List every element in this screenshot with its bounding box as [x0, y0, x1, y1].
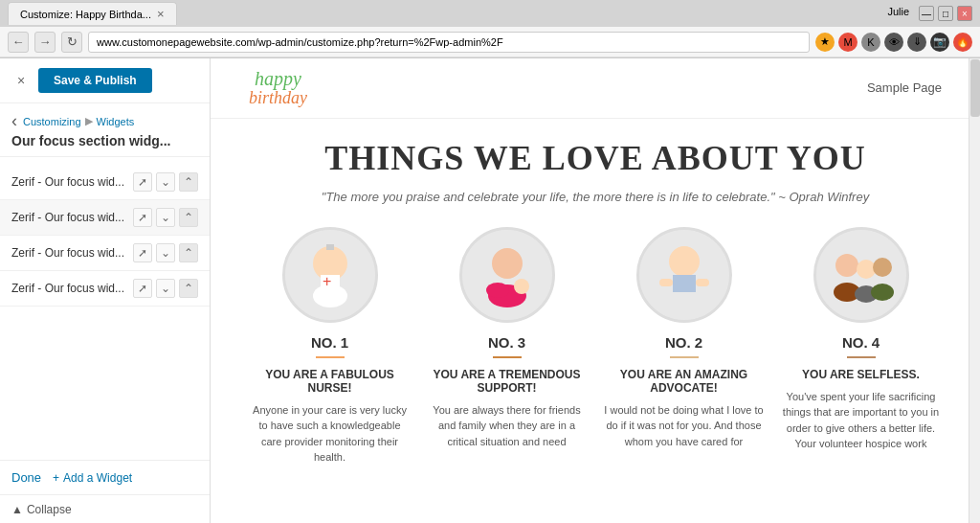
card-item: NO. 2 YOU ARE AN AMAZING ADVOCATE! I wou… — [603, 227, 765, 466]
site-content: THINGS WE LOVE ABOUT YOU "The more you p… — [211, 119, 980, 485]
browser-icons: ★ M K 👁 ⇓ 📷 🔥 — [815, 33, 972, 52]
flame-icon[interactable]: 🔥 — [953, 33, 972, 52]
svg-rect-10 — [673, 275, 696, 292]
widget-collapse-icon[interactable]: ⌄ — [156, 172, 175, 192]
card-text: I would not be doing what I love to do i… — [603, 402, 765, 450]
scrollbar[interactable] — [969, 58, 980, 523]
widget-collapse-icon[interactable]: ⌄ — [156, 208, 175, 227]
mail-icon[interactable]: M — [838, 33, 858, 52]
widget-toggle-icon[interactable]: ⌃ — [179, 279, 198, 298]
window-controls: Julie — □ × — [887, 6, 972, 21]
main-layout: × Save & Publish ‹ Customizing ▶ Widgets… — [0, 58, 980, 523]
sidebar-header: × Save & Publish — [0, 58, 210, 103]
address-bar[interactable] — [88, 32, 810, 53]
widget-item[interactable]: Zerif - Our focus wid... ➚ ⌄ ⌃ — [0, 236, 210, 271]
widget-edit-icon[interactable]: ➚ — [133, 279, 152, 298]
card-underline — [316, 356, 345, 358]
widget-item[interactable]: Zerif - Our focus wid... ➚ ⌄ ⌃ — [0, 165, 210, 200]
widget-item-actions: ➚ ⌄ ⌃ — [133, 243, 198, 262]
card-avatar — [813, 227, 909, 323]
user-name: Julie — [887, 6, 909, 21]
widget-item-actions: ➚ ⌄ ⌃ — [133, 208, 198, 227]
done-link[interactable]: Done — [11, 470, 41, 485]
tab-close-icon[interactable]: × — [157, 7, 165, 21]
card-number: NO. 2 — [603, 334, 765, 351]
close-button[interactable]: × — [957, 6, 972, 21]
widget-toggle-icon[interactable]: ⌃ — [179, 172, 198, 192]
preview-area: happy birthday Sample Page THINGS WE LOV… — [211, 58, 980, 523]
eye-icon[interactable]: 👁 — [884, 33, 903, 52]
bookmark-icon[interactable]: ★ — [815, 33, 835, 52]
widget-item-label: Zerif - Our focus wid... — [11, 246, 133, 260]
svg-point-14 — [857, 260, 876, 279]
card-subtitle: YOU ARE A TREMENDOUS SUPPORT! — [426, 368, 588, 395]
card-number: NO. 4 — [780, 334, 942, 351]
forward-button[interactable]: → — [34, 32, 56, 53]
widget-edit-icon[interactable]: ➚ — [133, 172, 152, 192]
card-subtitle: YOU ARE AN AMAZING ADVOCATE! — [603, 368, 765, 395]
card-text: Anyone in your care is very lucky to hav… — [249, 402, 411, 466]
download-icon[interactable]: ⇓ — [907, 33, 926, 52]
cards-row: + NO. 1 YOU ARE A FABULOUS NURSE! Anyone… — [249, 227, 942, 466]
card-subtitle: YOU ARE SELFLESS. — [780, 368, 942, 381]
card-avatar: + — [282, 227, 378, 323]
plus-icon: + — [53, 471, 59, 485]
svg-point-18 — [871, 284, 894, 301]
widget-edit-icon[interactable]: ➚ — [133, 243, 152, 262]
save-publish-button[interactable]: Save & Publish — [38, 68, 152, 93]
card-number: NO. 3 — [426, 334, 588, 351]
add-widget-label: Add a Widget — [63, 471, 132, 485]
browser-tab[interactable]: Customize: Happy Birthda... × — [8, 2, 177, 25]
svg-point-5 — [492, 248, 523, 279]
title-bar: Customize: Happy Birthda... × Julie — □ … — [0, 0, 980, 27]
refresh-button[interactable]: ↻ — [61, 32, 82, 53]
back-button[interactable]: ← — [8, 32, 29, 53]
svg-point-9 — [669, 246, 700, 277]
card-underline — [847, 356, 876, 358]
preview-inner: happy birthday Sample Page THINGS WE LOV… — [211, 58, 980, 523]
widget-toggle-icon[interactable]: ⌃ — [179, 243, 198, 262]
card-item: + NO. 1 YOU ARE A FABULOUS NURSE! Anyone… — [249, 227, 411, 466]
widget-edit-icon[interactable]: ➚ — [133, 208, 152, 227]
card-item: NO. 3 YOU ARE A TREMENDOUS SUPPORT! You … — [426, 227, 588, 466]
widget-item-actions: ➚ ⌄ ⌃ — [133, 172, 198, 192]
breadcrumb-area: ‹ Customizing ▶ Widgets Our focus sectio… — [0, 103, 210, 157]
card-avatar — [636, 227, 732, 323]
widget-item[interactable]: Zerif - Our focus wid... ➚ ⌄ ⌃ — [0, 271, 210, 307]
collapse-button[interactable]: ▲ Collapse — [0, 494, 210, 523]
breadcrumb-customizing[interactable]: Customizing — [23, 116, 81, 127]
collapse-label: Collapse — [27, 503, 72, 516]
site-logo: happy birthday — [249, 68, 307, 108]
breadcrumb-widgets[interactable]: Widgets — [97, 116, 135, 127]
svg-text:+: + — [323, 273, 331, 289]
sidebar: × Save & Publish ‹ Customizing ▶ Widgets… — [0, 58, 211, 523]
card-underline — [670, 356, 699, 358]
widget-item[interactable]: Zerif - Our focus wid... ➚ ⌄ ⌃ — [0, 200, 210, 236]
minimize-button[interactable]: — — [919, 6, 934, 21]
svg-rect-11 — [659, 279, 673, 286]
card-item: NO. 4 YOU ARE SELFLESS. You've spent you… — [780, 227, 942, 466]
sidebar-close-button[interactable]: × — [11, 71, 31, 90]
camera-icon[interactable]: 📷 — [930, 33, 949, 52]
card-underline — [493, 356, 522, 358]
sidebar-section-title: Our focus section widg... — [11, 133, 198, 148]
extension-icon[interactable]: K — [861, 33, 880, 52]
svg-rect-3 — [326, 244, 334, 250]
widget-toggle-icon[interactable]: ⌃ — [179, 208, 198, 227]
browser-chrome: Customize: Happy Birthda... × Julie — □ … — [0, 0, 980, 58]
back-arrow-icon[interactable]: ‹ — [11, 111, 17, 131]
widget-item-label: Zerif - Our focus wid... — [11, 175, 133, 189]
svg-point-7 — [514, 279, 529, 294]
card-avatar — [459, 227, 555, 323]
card-text: You've spent your life sacrificing thing… — [780, 389, 942, 452]
widget-collapse-icon[interactable]: ⌄ — [156, 279, 175, 298]
widget-item-actions: ➚ ⌄ ⌃ — [133, 279, 198, 298]
card-subtitle: YOU ARE A FABULOUS NURSE! — [249, 368, 411, 395]
maximize-button[interactable]: □ — [938, 6, 953, 21]
sample-page-link[interactable]: Sample Page — [867, 80, 942, 95]
scrollbar-thumb[interactable] — [970, 59, 980, 117]
widget-item-label: Zerif - Our focus wid... — [11, 211, 133, 224]
svg-rect-12 — [696, 279, 709, 286]
add-widget-button[interactable]: + Add a Widget — [53, 471, 132, 485]
widget-collapse-icon[interactable]: ⌄ — [156, 243, 175, 262]
